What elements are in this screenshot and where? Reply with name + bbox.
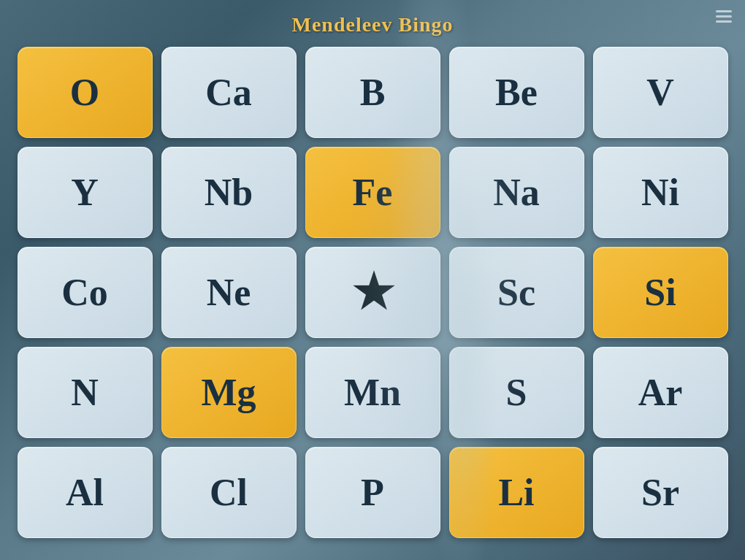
cell-ni[interactable]: Ni [593,147,728,238]
page-title: Mendeleev Bingo [291,13,453,37]
cell-s[interactable]: S [449,347,584,438]
cell-p[interactable]: P [305,447,440,538]
cell-al[interactable]: Al [18,447,153,538]
cell-sc[interactable]: Sc [449,247,584,338]
cell-na[interactable]: Na [449,147,584,238]
cell-ne[interactable]: Ne [161,247,297,338]
cell-ar[interactable]: Ar [593,347,728,438]
bingo-grid: OCaBBeVYNbFeNaNiCoNe★ScSiNMgMnSArAlClPLi… [9,47,737,538]
cell-cl[interactable]: Cl [161,447,297,538]
cell-star[interactable]: ★ [305,247,440,338]
cell-sr[interactable]: Sr [593,447,728,538]
cell-co[interactable]: Co [18,247,153,338]
cell-mg[interactable]: Mg [161,347,297,438]
cell-b[interactable]: B [305,47,440,138]
cell-mn[interactable]: Mn [305,347,440,438]
cell-y[interactable]: Y [18,147,153,238]
cell-li[interactable]: Li [449,447,584,538]
cell-o[interactable]: O [18,47,153,138]
cell-si[interactable]: Si [593,247,728,338]
cell-be[interactable]: Be [449,47,584,138]
menu-icon[interactable] [716,10,732,23]
cell-n[interactable]: N [18,347,153,438]
cell-v[interactable]: V [593,47,728,138]
cell-nb[interactable]: Nb [161,147,297,238]
cell-fe[interactable]: Fe [305,147,440,238]
cell-ca[interactable]: Ca [161,47,297,138]
